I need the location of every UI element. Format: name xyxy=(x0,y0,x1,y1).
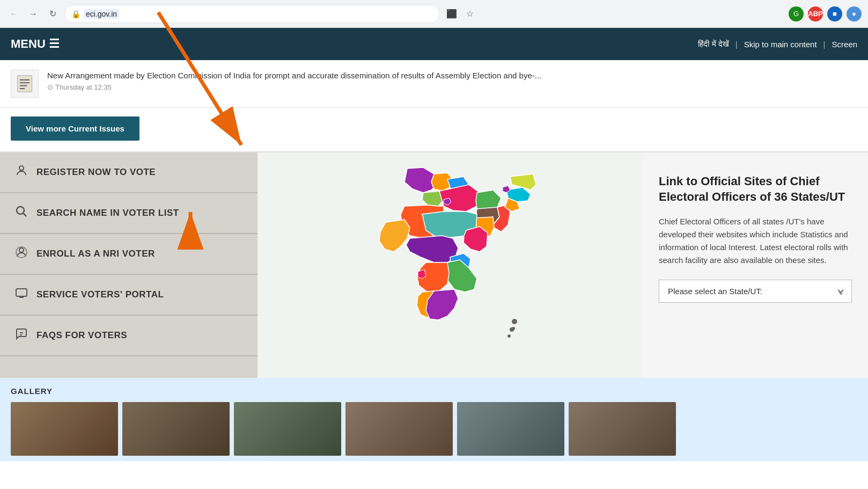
state-select[interactable]: Please select an State/UT: Andhra Prades… xyxy=(659,280,852,303)
view-more-section: View more Current Issues xyxy=(0,108,868,152)
gallery-image-1 xyxy=(11,402,118,456)
news-bar: New Arrangement made by Election Commiss… xyxy=(0,60,868,108)
browser-tools: ⬛ ☆ xyxy=(444,6,477,21)
hindi-link[interactable]: हिंदी में देखें xyxy=(698,39,729,49)
news-icon-box xyxy=(11,70,39,98)
clock-icon: ⊙ xyxy=(47,83,53,91)
service-label: SERVICE VOTERS' PORTAL xyxy=(36,289,164,300)
svg-point-18 xyxy=(512,327,515,330)
gallery-thumb-2 xyxy=(122,402,230,456)
header-links: हिंदी में देखें | Skip to main content |… xyxy=(698,39,857,49)
nav-item-nri[interactable]: ENROLL AS A NRI VOTER xyxy=(0,234,258,275)
screen-link[interactable]: Screen xyxy=(832,40,857,49)
right-panel: Link to Official Sites of Chief Electora… xyxy=(643,152,868,378)
back-button[interactable]: ← xyxy=(6,6,21,21)
gallery-thumb-6 xyxy=(569,402,676,456)
svg-rect-10 xyxy=(16,289,27,296)
svg-point-17 xyxy=(507,334,511,338)
svg-rect-0 xyxy=(18,76,32,92)
svg-point-5 xyxy=(19,166,24,170)
nri-label: ENROLL AS A NRI VOTER xyxy=(36,249,155,259)
news-ballot-icon xyxy=(15,74,34,93)
register-label: REGISTER NOW TO VOTE xyxy=(36,167,156,178)
menu-button[interactable]: MENU ☰ xyxy=(11,37,60,51)
gallery-thumb-4 xyxy=(345,402,453,456)
gallery-thumb-5 xyxy=(457,402,564,456)
gallery-row xyxy=(11,402,857,456)
map-area xyxy=(258,152,643,378)
right-panel-title: Link to Official Sites of Chief Electora… xyxy=(659,174,852,205)
gallery-image-2 xyxy=(122,402,230,456)
search-label: SEARCH NAME IN VOTER LIST xyxy=(36,208,179,218)
cast-icon[interactable]: ⬛ xyxy=(444,6,459,21)
skip-to-main-link[interactable]: Skip to main content xyxy=(744,40,817,49)
svg-point-8 xyxy=(19,248,24,252)
forward-button[interactable]: → xyxy=(26,6,41,21)
nav-item-faqs[interactable]: FAQS FOR VOTERS xyxy=(0,316,258,356)
separator-1: | xyxy=(735,40,738,49)
url-text: eci.gov.in xyxy=(84,9,119,19)
news-time: ⊙ Thursday at 12:35 xyxy=(47,83,857,91)
gallery-image-6 xyxy=(569,402,676,456)
nri-icon xyxy=(15,246,28,262)
right-panel-description: Chief Electoral Officers of all states /… xyxy=(659,215,852,267)
view-more-button[interactable]: View more Current Issues xyxy=(11,116,139,141)
address-bar[interactable]: 🔒 eci.gov.in xyxy=(64,5,440,23)
india-map-svg[interactable] xyxy=(364,163,536,378)
gallery-image-5 xyxy=(457,402,564,456)
news-title: New Arrangement made by Election Commiss… xyxy=(47,70,857,81)
svg-point-15 xyxy=(512,319,517,324)
gallery-thumb-3 xyxy=(234,402,341,456)
svg-point-6 xyxy=(17,207,24,214)
search-icon xyxy=(15,205,28,221)
service-icon xyxy=(15,287,28,303)
news-content: New Arrangement made by Election Commiss… xyxy=(47,70,857,91)
nav-item-register[interactable]: REGISTER NOW TO VOTE xyxy=(0,152,258,193)
india-map xyxy=(364,163,536,367)
lock-icon: 🔒 xyxy=(71,10,80,18)
gallery-image-4 xyxy=(345,402,453,456)
site-header: MENU ☰ हिंदी में देखें | Skip to main co… xyxy=(0,28,868,60)
register-icon xyxy=(15,164,28,180)
profile-icon[interactable]: ● xyxy=(847,6,862,21)
separator-2: | xyxy=(823,40,826,49)
ext-blue-icon[interactable]: ■ xyxy=(827,6,842,21)
adblock-icon[interactable]: ABP xyxy=(808,6,823,21)
main-content: REGISTER NOW TO VOTE SEARCH NAME IN VOTE… xyxy=(0,152,868,378)
nav-item-search[interactable]: SEARCH NAME IN VOTER LIST xyxy=(0,193,258,234)
left-nav: REGISTER NOW TO VOTE SEARCH NAME IN VOTE… xyxy=(0,152,258,378)
grammarly-icon[interactable]: G xyxy=(789,6,804,21)
faqs-label: FAQS FOR VOTERS xyxy=(36,330,127,341)
svg-line-7 xyxy=(24,214,27,217)
bookmark-icon[interactable]: ☆ xyxy=(462,6,477,21)
gallery-section: GALLERY xyxy=(0,378,868,461)
state-select-wrapper: Please select an State/UT: Andhra Prades… xyxy=(659,280,852,303)
browser-extensions: G ABP ■ ● xyxy=(789,6,862,21)
faqs-icon xyxy=(15,327,28,344)
gallery-thumb-1 xyxy=(11,402,118,456)
nav-item-service[interactable]: SERVICE VOTERS' PORTAL xyxy=(0,275,258,316)
reload-button[interactable]: ↻ xyxy=(45,6,60,21)
gallery-image-3 xyxy=(234,402,341,456)
gallery-title: GALLERY xyxy=(11,386,857,396)
browser-chrome: ← → ↻ 🔒 eci.gov.in ⬛ ☆ G ABP ■ ● xyxy=(0,0,868,28)
